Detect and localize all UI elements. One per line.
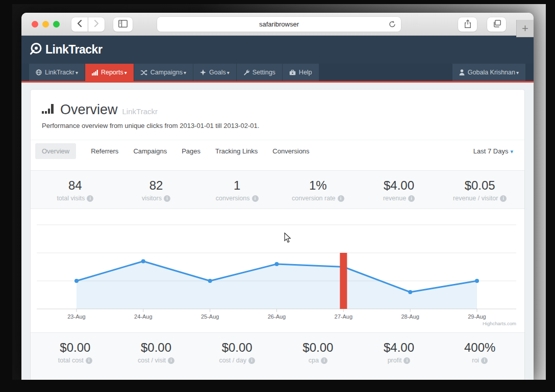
sidebar-icon xyxy=(118,20,128,30)
share-button[interactable] xyxy=(458,17,477,32)
stat-revenue-per-visitor: $0.05 revenue / visitori xyxy=(439,178,520,202)
chevron-right-icon xyxy=(94,20,99,29)
svg-text:29-Aug: 29-Aug xyxy=(468,313,486,320)
stat-total-visits: 84 total visitsi xyxy=(35,178,116,202)
browser-titlebar: safaribrowser + xyxy=(21,13,534,36)
shuffle-icon xyxy=(141,70,147,75)
share-icon xyxy=(464,19,471,30)
nav-item-settings[interactable]: Settings xyxy=(237,64,282,81)
tab-overview[interactable]: Overview xyxy=(35,143,76,159)
page-heading: Overview LinkTrackr Performance overview… xyxy=(31,90,524,140)
zoom-window-button[interactable] xyxy=(53,21,60,28)
svg-text:25-Aug: 25-Aug xyxy=(201,313,219,320)
page-title-suffix: LinkTrackr xyxy=(122,104,158,116)
main-navigation: LinkTrackr Reports Campaigns Goals xyxy=(21,64,534,83)
stat-cost-per-visit: $0.00 cost / visiti xyxy=(116,341,197,374)
stat-conversion-rate: 1% conversion ratei xyxy=(278,178,359,202)
plus-icon: + xyxy=(522,22,528,35)
new-tab-button[interactable]: + xyxy=(516,20,534,37)
info-icon[interactable]: i xyxy=(248,357,255,364)
svg-text:28-Aug: 28-Aug xyxy=(401,313,419,320)
forward-button[interactable] xyxy=(88,17,105,32)
tab-campaigns[interactable]: Campaigns xyxy=(133,147,167,155)
svg-text:23-Aug: 23-Aug xyxy=(67,313,85,320)
highcharts-credit[interactable]: Highcharts.com xyxy=(483,321,516,326)
close-window-button[interactable] xyxy=(32,21,38,28)
date-range-picker[interactable]: Last 7 Days xyxy=(473,147,513,155)
info-icon[interactable]: i xyxy=(500,195,507,202)
info-icon[interactable]: i xyxy=(252,195,259,202)
info-icon[interactable]: i xyxy=(168,357,174,364)
overview-card: Overview LinkTrackr Performance overview… xyxy=(31,90,524,380)
nav-item-linktrackr[interactable]: LinkTrackr xyxy=(29,64,85,81)
briefcase-icon xyxy=(289,70,296,75)
nav-item-reports[interactable]: Reports xyxy=(85,64,134,81)
user-icon xyxy=(459,69,465,75)
stat-visitors: 82 visitorsi xyxy=(116,178,197,202)
svg-text:27-Aug: 27-Aug xyxy=(335,313,352,320)
info-icon[interactable]: i xyxy=(321,357,327,364)
minimize-window-button[interactable] xyxy=(42,21,49,28)
info-icon[interactable]: i xyxy=(87,195,93,202)
stat-conversions: 1 conversionsi xyxy=(196,178,278,202)
traffic-lights xyxy=(32,21,60,28)
app-header: LinkTrackr xyxy=(21,36,534,64)
brand-name: LinkTrackr xyxy=(45,43,102,57)
safari-window: safaribrowser + xyxy=(21,13,534,380)
stat-cost-per-day: $0.00 cost / dayi xyxy=(196,341,278,374)
address-bar-text: safaribrowser xyxy=(259,20,299,28)
user-menu[interactable]: Gobala Krishnan xyxy=(452,64,525,81)
stats-row-bottom: $0.00 total costi $0.00 cost / visiti $0… xyxy=(31,332,524,380)
wrench-icon xyxy=(243,69,249,75)
stat-profit: $4.00 profiti xyxy=(359,341,440,374)
bar-chart-icon xyxy=(92,70,98,75)
svg-text:24-Aug: 24-Aug xyxy=(134,313,152,320)
tab-tracking-links[interactable]: Tracking Links xyxy=(215,147,258,155)
nav-item-goals[interactable]: Goals xyxy=(193,64,236,81)
report-tabs: Overview Referrers Campaigns Pages Track… xyxy=(31,140,524,166)
overview-chart-svg: 23-Aug24-Aug25-Aug26-Aug27-Aug28-Aug29-A… xyxy=(31,209,523,332)
stat-revenue: $4.00 revenuei xyxy=(359,178,440,202)
info-icon[interactable]: i xyxy=(403,357,410,364)
info-icon[interactable]: i xyxy=(338,195,344,202)
stat-cpa: $0.00 cpai xyxy=(278,341,359,374)
page-title: Overview xyxy=(60,102,118,118)
linktrackr-logo-icon xyxy=(29,42,43,58)
tab-pages[interactable]: Pages xyxy=(182,147,200,155)
address-bar[interactable]: safaribrowser xyxy=(157,17,401,32)
stats-row-top: 84 total visitsi 82 visitorsi 1 conversi… xyxy=(31,170,524,209)
stat-total-cost: $0.00 total costi xyxy=(35,341,116,374)
tab-conversions[interactable]: Conversions xyxy=(272,147,309,155)
reload-icon[interactable] xyxy=(389,20,396,30)
info-icon[interactable]: i xyxy=(164,195,170,202)
tab-overview-button[interactable] xyxy=(487,17,506,32)
tab-referrers[interactable]: Referrers xyxy=(91,147,118,155)
back-button[interactable] xyxy=(71,17,88,32)
info-icon[interactable]: i xyxy=(408,195,415,202)
nav-item-campaigns[interactable]: Campaigns xyxy=(134,64,193,81)
desktop-background: safaribrowser + xyxy=(12,4,546,380)
goals-icon xyxy=(200,69,206,75)
globe-icon xyxy=(36,69,42,75)
stat-roi: 400% roii xyxy=(439,341,520,374)
nav-item-help[interactable]: Help xyxy=(283,64,319,81)
sidebar-toggle-button[interactable] xyxy=(113,17,133,32)
page-subtitle: Performance overview from unique clicks … xyxy=(42,122,513,129)
info-icon[interactable]: i xyxy=(481,357,488,364)
page-content: Overview LinkTrackr Performance overview… xyxy=(21,83,534,380)
report-bars-icon xyxy=(42,104,56,116)
tabs-icon xyxy=(493,20,501,30)
svg-text:26-Aug: 26-Aug xyxy=(268,313,286,320)
info-icon[interactable]: i xyxy=(86,357,92,364)
chevron-left-icon xyxy=(77,20,82,29)
visits-chart[interactable]: 23-Aug24-Aug25-Aug26-Aug27-Aug28-Aug29-A… xyxy=(31,209,524,332)
